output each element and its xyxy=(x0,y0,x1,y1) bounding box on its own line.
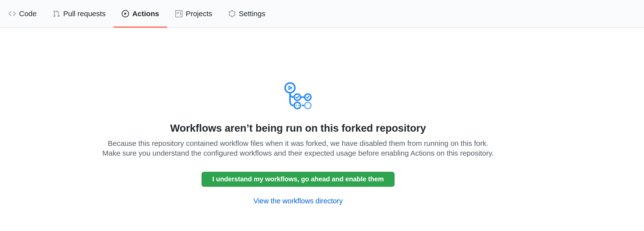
page-description: Because this repository contained workfl… xyxy=(100,138,496,158)
git-pull-request-icon xyxy=(53,10,60,17)
workflow-graph-illustration xyxy=(284,82,312,111)
tab-label-settings: Settings xyxy=(239,10,265,18)
repo-tab-nav: Code Pull requests Actions Projects Sett… xyxy=(0,0,644,28)
project-board-icon xyxy=(175,10,182,17)
tab-label-pull-requests: Pull requests xyxy=(63,10,106,18)
tab-label-code: Code xyxy=(19,10,37,18)
tab-code[interactable]: Code xyxy=(0,0,45,28)
tab-label-actions: Actions xyxy=(132,10,159,18)
tab-pull-requests[interactable]: Pull requests xyxy=(45,0,114,28)
tab-actions[interactable]: Actions xyxy=(114,0,167,28)
tab-projects[interactable]: Projects xyxy=(167,0,220,28)
actions-blankslate: Workflows aren’t being run on this forke… xyxy=(0,28,596,205)
code-icon xyxy=(8,10,16,17)
page-title: Workflows aren’t being run on this forke… xyxy=(0,122,596,135)
enable-workflows-button[interactable]: I understand my workflows, go ahead and … xyxy=(202,172,394,187)
play-circle-icon xyxy=(122,10,129,17)
active-tab-underline xyxy=(114,27,167,28)
tab-settings[interactable]: Settings xyxy=(220,0,274,28)
tab-label-projects: Projects xyxy=(186,10,212,18)
view-workflows-directory-link[interactable]: View the workflows directory xyxy=(253,197,342,205)
gear-icon xyxy=(228,10,236,17)
